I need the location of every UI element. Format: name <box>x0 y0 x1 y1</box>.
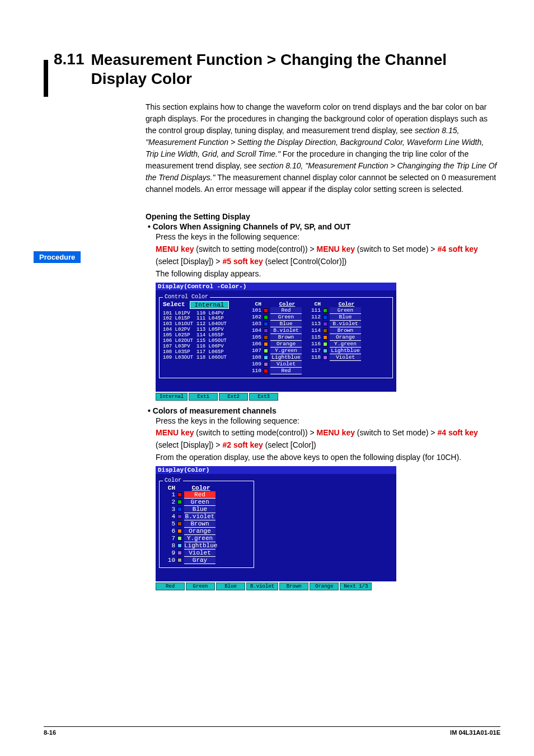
color-name: Y.green <box>330 341 361 348</box>
color-row[interactable]: 108Lightblue <box>249 354 303 361</box>
softkey-blue[interactable]: Blue <box>216 583 245 590</box>
ch-cell: 104 <box>249 327 261 334</box>
color-name: Red <box>270 368 302 374</box>
softkey-4b: #4 soft key <box>437 428 477 437</box>
ch-cell: 105 <box>249 334 261 340</box>
ch-cell: 106 <box>249 341 261 347</box>
color-swatch <box>323 322 327 326</box>
scr2-color-col: CHColor1Red2Green3Blue4B.violet5Brown6Or… <box>163 485 250 564</box>
color-row[interactable]: 4B.violet <box>163 513 250 520</box>
seq2d: (select [Color]) <box>263 440 316 449</box>
color-row[interactable]: 117Lightblue <box>308 348 362 354</box>
scr1-color-col-a: CHColor101Red102Green103Blue104B.violet1… <box>249 301 303 374</box>
softkey-ext1[interactable]: Ext1 <box>189 393 218 401</box>
press-line-2: Press the keys in the following sequence… <box>156 415 498 428</box>
softkey-brown[interactable]: Brown <box>279 583 308 590</box>
section-accent-bar <box>44 60 48 97</box>
color-swatch <box>264 315 268 320</box>
opening-heading: Opening the Setting Display <box>146 212 498 221</box>
page-footer: 8-16 IM 04L31A01-01E <box>44 726 500 736</box>
color-row[interactable]: 113B.violet <box>308 321 362 327</box>
color-row[interactable]: 105Brown <box>249 334 303 341</box>
color-row[interactable]: 3Blue <box>163 506 250 513</box>
seq1c: (select [Display]) > <box>156 257 222 266</box>
ch-cell: 5 <box>163 520 175 527</box>
color-row[interactable]: 104B.violet <box>249 327 303 334</box>
color-row[interactable]: 9Violet <box>163 550 250 557</box>
color-row[interactable]: 101Red <box>249 307 303 314</box>
color-swatch <box>323 349 327 353</box>
scr1-color-col-b: CHColor111Green112Blue113B.violet114Brow… <box>308 301 362 374</box>
color-row[interactable]: 5Brown <box>163 520 250 528</box>
color-swatch <box>177 492 182 497</box>
section-title: Measurement Function > Changing the Chan… <box>91 50 501 88</box>
ch-header: CH <box>308 301 321 307</box>
seq1b: (switch to Set mode) > <box>355 245 437 253</box>
color-name: Brown <box>184 520 216 528</box>
color-row[interactable]: 118Violet <box>308 354 362 361</box>
color-name: Gray <box>184 557 216 564</box>
color-name: Brown <box>270 334 302 341</box>
color-row[interactable]: 1Red <box>163 491 250 499</box>
color-row[interactable]: 103Blue <box>249 321 303 327</box>
color-row[interactable]: 111Green <box>308 307 362 314</box>
color-header: Color <box>271 301 303 307</box>
scr1-softkeys: InternalExt1Ext2Ext3 <box>156 393 396 401</box>
color-row[interactable]: 7Y.green <box>163 535 250 542</box>
color-name: Lightblue <box>330 348 361 354</box>
softkey-internal[interactable]: Internal <box>156 393 188 401</box>
color-name: Orange <box>330 334 361 341</box>
color-row[interactable]: 109Violet <box>249 361 303 368</box>
ch-cell: 111 <box>308 307 321 313</box>
ch-cell: 6 <box>163 528 175 534</box>
color-swatch <box>264 369 268 373</box>
softkey-4a: #4 soft key <box>437 245 477 253</box>
color-row[interactable]: 116Y.green <box>308 341 362 348</box>
scr1-select-value[interactable]: Internal <box>190 301 229 309</box>
scr2-softkeys: RedGreenBlueB.violetBrownOrangeNext 1/3 <box>156 583 396 590</box>
color-name: B.violet <box>270 327 302 334</box>
color-name: Blue <box>270 321 302 327</box>
ch-cell: 103 <box>249 321 261 327</box>
color-row[interactable]: 106Orange <box>249 341 303 348</box>
softkey-ext3[interactable]: Ext3 <box>249 393 278 401</box>
color-row[interactable]: 6Orange <box>163 528 250 535</box>
color-row[interactable]: 10Gray <box>163 557 250 564</box>
ch-cell: 107 <box>249 348 261 354</box>
color-row[interactable]: 102Green <box>249 314 303 321</box>
from-op-line: From the operation display, use the abov… <box>156 452 498 464</box>
color-row[interactable]: 110Red <box>249 368 303 374</box>
color-row[interactable]: 8Lightblue <box>163 542 250 550</box>
color-row[interactable]: 115Orange <box>308 334 362 341</box>
color-swatch <box>264 328 268 333</box>
color-swatch <box>264 335 268 340</box>
softkey-next-1-3[interactable]: Next 1/3 <box>340 583 372 590</box>
color-name: Y.green <box>270 348 302 354</box>
softkey-red[interactable]: Red <box>156 583 185 590</box>
bullet1-title: Colors When Assigning Channels of PV, SP… <box>156 222 498 231</box>
color-name: Green <box>330 307 361 314</box>
color-row[interactable]: 2Green <box>163 499 250 506</box>
color-swatch <box>264 308 268 313</box>
color-header: Color <box>331 301 362 307</box>
color-name: Lightblue <box>270 354 302 361</box>
softkey-ext2[interactable]: Ext2 <box>219 393 248 401</box>
tag-item: 109 L03OUT <box>163 355 193 361</box>
tag-item: 118 L06OUT <box>196 355 227 361</box>
color-swatch <box>264 322 268 326</box>
softkey-green[interactable]: Green <box>186 583 215 590</box>
color-row[interactable]: 107Y.green <box>249 348 303 354</box>
ch-cell: 108 <box>249 354 261 360</box>
ch-cell: 110 <box>249 368 261 374</box>
bullet2-title: Colors of measurement channels <box>156 406 498 415</box>
color-row[interactable]: 114Brown <box>308 327 362 334</box>
color-name: Green <box>270 314 302 321</box>
ch-cell: 114 <box>308 327 321 334</box>
color-row[interactable]: 112Blue <box>308 314 362 321</box>
seq1a: (switch to setting mode(control)) > <box>194 245 316 253</box>
softkey-b-violet[interactable]: B.violet <box>246 583 278 590</box>
ch-cell: 4 <box>163 513 175 520</box>
softkey-orange[interactable]: Orange <box>310 583 339 590</box>
ch-cell: 3 <box>163 506 175 513</box>
page-number: 8-16 <box>44 729 56 736</box>
